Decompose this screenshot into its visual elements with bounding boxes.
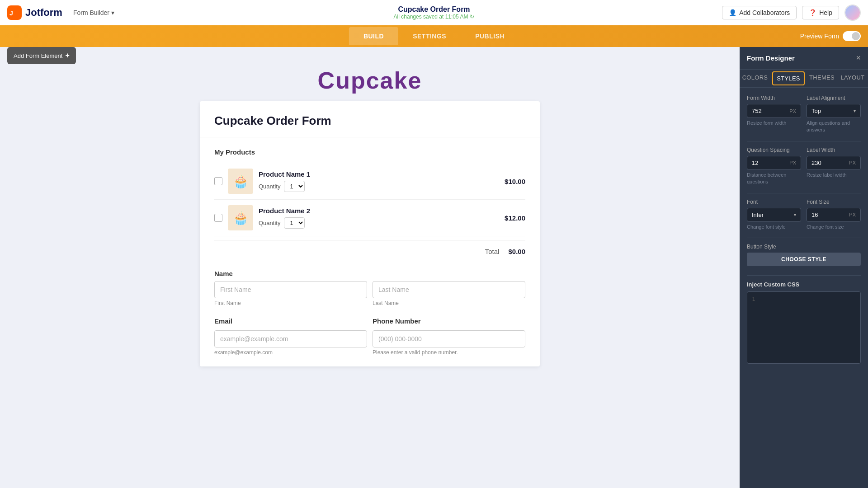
tab-colors[interactable]: COLORS [740,70,770,87]
preview-form-toggle[interactable]: Preview Form [800,31,861,41]
label-width-field: Label Width 230 PX Resize label width [807,147,861,186]
help-button[interactable]: ❓ Help [802,6,839,19]
app-logo[interactable]: J Jotform [7,5,62,20]
label-alignment-field: Label Alignment Top ▾ Align questions an… [807,95,861,134]
font-input[interactable]: Inter ▾ [747,208,801,222]
top-navigation: J Jotform Form Builder ▾ Cupcake Order F… [0,0,868,25]
product-1-qty-select[interactable]: 123 [284,181,305,192]
tab-publish[interactable]: PUBLISH [461,27,519,45]
font-size-hint: Change font size [807,224,861,230]
right-panel: Form Designer × COLORS STYLES THEMES LAY… [740,47,868,488]
add-collaborators-button[interactable]: 👤 Add Collaborators [722,6,797,19]
divider-2 [747,193,861,193]
main-tabs: BUILD SETTINGS PUBLISH [349,27,519,45]
chevron-down-icon: ▾ [111,9,114,16]
email-phone-row: Email example@example.com Phone Number P… [214,317,525,356]
form-width-label: Form Width [747,95,801,101]
top-nav-right: 👤 Add Collaborators ❓ Help [722,5,861,21]
label-width-hint: Resize label width [807,172,861,178]
css-editor[interactable]: 1 [747,291,861,364]
product-2-checkbox[interactable] [214,214,222,222]
font-hint: Change font style [747,224,801,230]
product-1-qty: Quantity 123 [259,181,499,192]
avatar[interactable] [844,5,861,21]
divider-4 [747,275,861,276]
tab-styles[interactable]: STYLES [772,71,805,85]
product-1-image: 🧁 [228,169,253,194]
font-row: Font Inter ▾ Change font style Font Size… [747,199,861,230]
chevron-down-icon: ▾ [854,108,856,113]
panel-tabs: COLORS STYLES THEMES LAYOUT [740,70,868,88]
tab-themes[interactable]: THEMES [807,70,837,87]
avatar-image [845,5,860,20]
product-2-qty: Quantity 123 [259,217,499,229]
label-alignment-input[interactable]: Top ▾ [807,104,861,118]
product-2-image: 🧁 [228,205,253,230]
form-card-title: Cupcake Order Form [214,114,525,128]
form-width-field: Form Width 752 PX Resize form width [747,95,801,134]
form-card-header: Cupcake Order Form [200,101,540,137]
label-alignment-label: Label Alignment [807,95,861,101]
jotform-logo-icon: J [7,5,22,20]
name-field-label: Name [214,270,525,277]
phone-hint: Please enter a valid phone number. [373,349,525,356]
font-field: Font Inter ▾ Change font style [747,199,801,230]
close-icon[interactable]: × [856,53,861,63]
font-label: Font [747,199,801,205]
form-title: Cupcake Order Form [394,5,475,14]
font-size-field: Font Size 16 PX Change font size [807,199,861,230]
refresh-icon: ↻ [470,14,474,20]
add-element-label: Add Form Element [14,52,62,59]
logo-text: Jotform [25,7,62,19]
question-spacing-hint: Distance between questions [747,172,801,186]
form-builder-button[interactable]: Form Builder ▾ [70,7,118,18]
label-width-input[interactable]: 230 PX [807,156,861,170]
label-width-unit: PX [849,160,856,165]
product-1-checkbox[interactable] [214,177,222,185]
add-form-element-button[interactable]: Add Form Element + [7,47,76,64]
divider-3 [747,238,861,238]
font-size-unit: PX [849,212,856,217]
last-name-input[interactable] [373,281,525,298]
product-1-name: Product Name 1 [259,170,499,178]
tab-settings[interactable]: SETTINGS [398,27,461,45]
tab-build[interactable]: BUILD [349,27,398,45]
first-name-group: First Name [214,281,367,306]
question-spacing-label: Question Spacing [747,147,801,153]
email-label: Email [214,317,367,325]
email-group: Email example@example.com [214,317,367,356]
product-1-qty-label: Quantity [259,183,280,190]
product-row-2: 🧁 Product Name 2 Quantity 123 $12.00 [214,200,525,236]
email-input[interactable] [214,330,367,347]
preview-toggle-switch[interactable] [843,31,861,41]
phone-label: Phone Number [373,317,525,325]
email-phone-section: Email example@example.com Phone Number P… [214,317,525,356]
panel-header: Form Designer × [740,47,868,70]
phone-input[interactable] [373,330,525,347]
products-section: My Products 🧁 Product Name 1 Quantity 12… [214,148,525,259]
question-spacing-input[interactable]: 12 PX [747,156,801,170]
tab-layout[interactable]: LAYOUT [837,70,868,87]
product-2-qty-select[interactable]: 123 [284,217,305,229]
total-row: Total $0.00 [214,240,525,259]
form-card: Cupcake Order Form My Products 🧁 Product… [200,101,540,366]
button-style-section: Button Style CHOOSE STYLE [747,244,861,266]
name-field-section: Name First Name Last Name [214,270,525,306]
css-line-number: 1 [752,296,755,302]
form-width-hint: Resize form width [747,120,801,127]
person-icon: 👤 [729,9,736,16]
panel-body: Form Width 752 PX Resize form width Labe… [740,88,868,488]
first-name-input[interactable] [214,281,367,298]
form-title-area: Cupcake Order Form All changes saved at … [394,5,475,20]
label-alignment-hint: Align questions and answers [807,120,861,134]
choose-style-button[interactable]: CHOOSE STYLE [747,253,861,266]
form-width-input[interactable]: 752 PX [747,104,801,118]
form-canvas: Cupcake Cupcake Order Form My Products 🧁… [0,47,740,488]
first-name-hint: First Name [214,300,367,306]
font-size-label: Font Size [807,199,861,205]
form-card-body: My Products 🧁 Product Name 1 Quantity 12… [200,137,540,366]
phone-group: Phone Number Please enter a valid phone … [373,317,525,356]
question-icon: ❓ [809,9,816,16]
question-spacing-field: Question Spacing 12 PX Distance between … [747,147,801,186]
font-size-input[interactable]: 16 PX [807,208,861,222]
